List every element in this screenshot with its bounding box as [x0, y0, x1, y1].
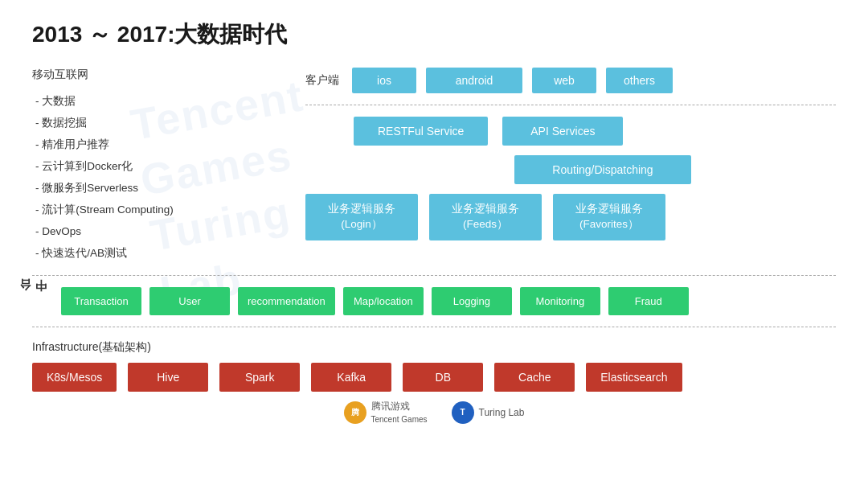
- tencent-label: 腾讯游戏Tencent Games: [371, 400, 428, 425]
- logo-tencent: 腾 腾讯游戏Tencent Games: [344, 400, 428, 425]
- tencent-icon: 腾: [344, 401, 366, 424]
- page-title: 2013 ～ 2017:大数据时代: [32, 19, 836, 50]
- business-row: 业务逻辑服务 (Login） 业务逻辑服务 (Feeds） 业务逻辑服务 (Fa…: [305, 194, 836, 240]
- list-item: DevOps: [35, 220, 305, 242]
- infra-hive: Hive: [128, 363, 208, 392]
- platform-logging: Logging: [432, 287, 512, 315]
- platform-user: User: [149, 287, 230, 315]
- platform-boxes: Transaction User recommendation Map/loca…: [61, 287, 689, 315]
- service-restful: RESTFul Service: [354, 117, 488, 146]
- divider-2: [32, 275, 836, 276]
- infra-spark: Spark: [219, 363, 300, 392]
- client-android: android: [426, 68, 522, 93]
- divider-1: [305, 105, 836, 105]
- platform-monitoring: Monitoring: [520, 287, 600, 315]
- service-api: API Services: [502, 117, 623, 146]
- list-item: 精准用户推荐: [35, 134, 305, 155]
- routing-box: Routing/Dispatching: [514, 155, 691, 184]
- business-feeds: 业务逻辑服务 (Feeds）: [429, 194, 542, 240]
- turing-label: Turing Lab: [479, 407, 525, 418]
- list-item: 大数据: [35, 90, 305, 112]
- platform-recommendation: recommendation: [238, 287, 335, 315]
- list-item: 快速迭代/AB测试: [35, 242, 305, 264]
- list-item: 云计算到Docker化: [35, 155, 305, 177]
- list-item: 微服务到Serverless: [35, 177, 305, 199]
- services-row: RESTFul Service API Services: [305, 117, 836, 146]
- infra-section: Infrastructure(基础架构) K8s/Mesos Hive Spar…: [32, 340, 836, 392]
- infra-k8s: K8s/Mesos: [32, 363, 117, 392]
- platform-transaction: Transaction: [61, 287, 141, 315]
- business-login: 业务逻辑服务 (Login）: [305, 194, 418, 240]
- client-others: others: [606, 68, 673, 93]
- list-item: 流计算(Stream Computing): [35, 199, 305, 220]
- turing-icon: T: [452, 401, 474, 424]
- divider-3: [32, 327, 836, 327]
- logos-row: 腾 腾讯游戏Tencent Games T Turing Lab: [32, 400, 836, 425]
- logo-turing: T Turing Lab: [452, 401, 525, 424]
- platform-section: 中台 Transaction User recommendation Map/l…: [32, 287, 836, 315]
- list-item: 数据挖掘: [35, 112, 305, 134]
- platform-map: Map/location: [343, 287, 424, 315]
- clients-boxes: ios android web others: [352, 68, 673, 93]
- platform-fraud: Fraud: [608, 287, 689, 315]
- infra-elasticsearch: Elasticsearch: [586, 363, 682, 392]
- infra-label: Infrastructure(基础架构): [32, 340, 836, 355]
- left-label: 移动互联网: [32, 68, 305, 82]
- infra-boxes: K8s/Mesos Hive Spark Kafka DB Cache Elas…: [32, 363, 836, 392]
- client-ios: ios: [352, 68, 416, 93]
- left-list: 大数据 数据挖掘 精准用户推荐 云计算到Docker化 微服务到Serverle…: [32, 90, 305, 264]
- infra-cache: Cache: [494, 363, 575, 392]
- client-web: web: [532, 68, 596, 93]
- infra-kafka: Kafka: [311, 363, 391, 392]
- routing-row: Routing/Dispatching: [305, 155, 836, 184]
- clients-label: 客户端: [305, 73, 339, 88]
- infra-db: DB: [403, 363, 483, 392]
- business-favorites: 业务逻辑服务 (Favorites）: [553, 194, 665, 240]
